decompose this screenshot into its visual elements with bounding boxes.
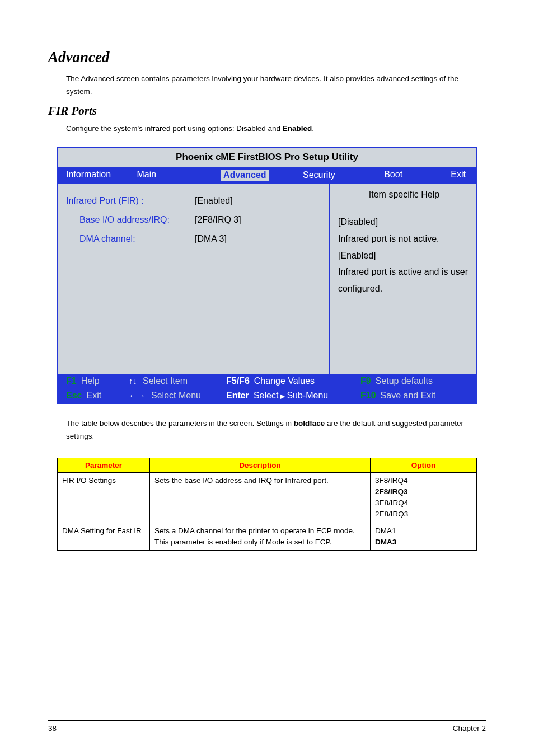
parameter-table: Parameter Description Option FIR I/O Set… — [57, 458, 477, 551]
setting-row[interactable]: Infrared Port (FIR) : [Enabled] — [58, 194, 329, 213]
arrow-up-down-icon: ↑↓ — [129, 376, 137, 386]
bios-title-bar: Phoenix cME FirstBIOS Pro Setup Utility — [58, 148, 476, 167]
f5f6-key: F5/F6 — [226, 376, 250, 386]
page-footer: 38 Chapter 2 — [48, 720, 486, 732]
intro-paragraph: The Advanced screen contains parameters … — [66, 73, 486, 98]
esc-key: Esc — [66, 391, 82, 401]
enter-key: Enter — [226, 391, 249, 401]
tab-security[interactable]: Security — [303, 170, 335, 180]
help-header: Item specific Help — [338, 186, 470, 203]
table-intro-paragraph: The table below describes the parameters… — [66, 417, 477, 443]
subsection-paragraph: Configure the system's infrared port usi… — [66, 123, 486, 135]
f9-key: F9 — [360, 376, 371, 386]
setting-value[interactable]: [2F8/IRQ 3] — [195, 215, 241, 225]
tab-advanced[interactable]: Advanced Security — [213, 167, 367, 184]
bios-settings-panel: Infrared Port (FIR) : [Enabled] Base I/O… — [58, 184, 329, 374]
triangle-right-icon: ▶ — [280, 392, 285, 400]
chapter-label: Chapter 2 — [453, 724, 486, 732]
page-number: 38 — [48, 724, 57, 732]
bios-help-panel: Item specific Help [Disabled]Infrared po… — [329, 184, 476, 374]
section-heading: Advanced — [48, 49, 486, 66]
tab-exit[interactable]: Exit — [451, 170, 466, 180]
setting-label: Infrared Port (FIR) : — [66, 196, 195, 206]
table-row: FIR I/O SettingsSets the base I/O addres… — [58, 472, 477, 523]
setting-row[interactable]: DMA channel: [DMA 3] — [58, 232, 329, 251]
setting-value[interactable]: [Enabled] — [195, 196, 233, 206]
setting-label: DMA channel: — [66, 234, 195, 244]
tab-boot[interactable]: Boot — [384, 170, 402, 179]
setting-value[interactable]: [DMA 3] — [195, 234, 227, 244]
bios-window: Phoenix cME FirstBIOS Pro Setup Utility … — [57, 147, 477, 404]
setting-row[interactable]: Base I/O address/IRQ: [2F8/IRQ 3] — [58, 213, 329, 232]
arrow-left-right-icon: ←→ — [129, 391, 146, 400]
bios-footer: F1Help ↑↓Select Item F5/F6Change Values … — [58, 374, 476, 403]
tab-information[interactable]: Information Main — [58, 167, 213, 184]
help-body: [Disabled]Infrared port is not active.[E… — [338, 214, 470, 297]
table-row: DMA Setting for Fast IRSets a DMA channe… — [58, 523, 477, 551]
subsection-heading: FIR Ports — [48, 104, 486, 118]
f10-key: F10 — [360, 391, 376, 401]
setting-label: Base I/O address/IRQ: — [66, 215, 195, 225]
bios-tab-bar: Information Main Advanced Security Boot … — [58, 167, 476, 184]
f1-key: F1 — [66, 376, 77, 386]
table-header-row: Parameter Description Option — [58, 458, 477, 472]
